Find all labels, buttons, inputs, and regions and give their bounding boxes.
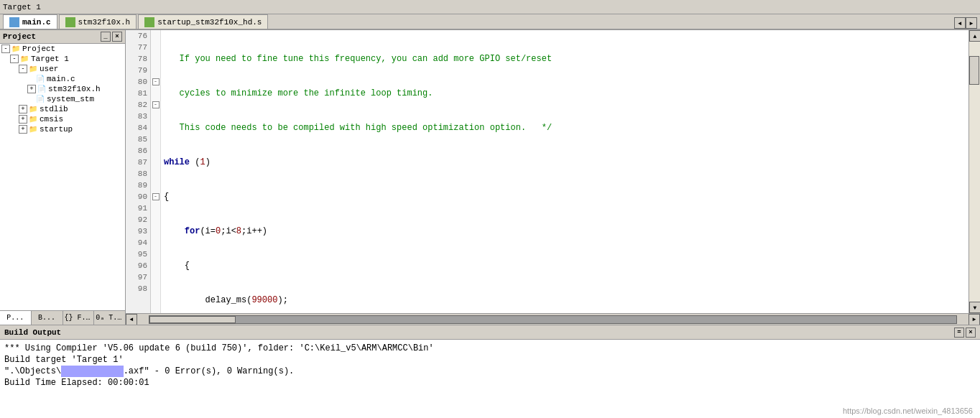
- build-output-panel: Build Output = × *** Using Compiler 'V5.…: [0, 325, 980, 418]
- sidebar-btab-books[interactable]: B...: [32, 311, 63, 325]
- ln-79: 79: [126, 65, 147, 76]
- hscroll-thumb[interactable]: [149, 316, 236, 323]
- ln-76: 76: [126, 30, 147, 42]
- build-output-close[interactable]: ×: [966, 328, 976, 338]
- hscroll-left[interactable]: ◄: [126, 314, 137, 325]
- tree-item-stdlib[interactable]: + 📁 stdlib: [0, 104, 125, 114]
- vscroll-up[interactable]: ▲: [969, 30, 980, 42]
- fold-91: [151, 203, 160, 214]
- fold-87: [151, 157, 160, 168]
- c-file-icon: [9, 17, 19, 27]
- vscroll-down[interactable]: ▼: [969, 302, 980, 313]
- build-output-content: *** Using Compiler 'V5.06 update 6 (buil…: [0, 340, 980, 418]
- tree-item-main-c[interactable]: 📄 main.c: [0, 74, 125, 84]
- fold-82[interactable]: -: [151, 99, 160, 111]
- ln-96: 96: [126, 260, 147, 271]
- tab-stm32f10x-label: stm32f10x.h: [78, 18, 131, 27]
- tree-item-startup[interactable]: + 📁 startup: [0, 124, 125, 134]
- ln-88: 88: [126, 168, 147, 180]
- ln-91: 91: [126, 203, 147, 214]
- fold-80[interactable]: -: [151, 76, 160, 88]
- s-file-icon: [144, 17, 154, 27]
- sidebar-header-buttons: _ ×: [101, 32, 122, 42]
- sidebar-btab-templ[interactable]: 0ₐ T...: [94, 311, 126, 325]
- title-bar: Target 1: [0, 0, 980, 14]
- watermark: https://blog.csdn.net/weixin_4813656: [843, 407, 973, 415]
- expand-user[interactable]: -: [19, 65, 27, 73]
- fold-89: [151, 180, 160, 191]
- censored-filename: ████████████: [61, 366, 123, 377]
- expand-cmsis[interactable]: +: [19, 115, 27, 124]
- vscroll-track[interactable]: [969, 42, 980, 302]
- sidebar-btab-funcs[interactable]: {} F...: [63, 311, 95, 325]
- ln-97: 97: [126, 271, 147, 283]
- ln-92: 92: [126, 214, 147, 226]
- vertical-scrollbar[interactable]: ▲ ▼: [969, 30, 980, 313]
- hscroll-right[interactable]: ►: [969, 314, 980, 325]
- tree-item-stm32[interactable]: + 📄 stm32f10x.h: [0, 84, 125, 94]
- fold-95: [151, 249, 160, 260]
- tree-item-target1[interactable]: - 📁 Target 1: [0, 54, 125, 64]
- code-area[interactable]: If you need to fine tune this frequency,…: [161, 30, 969, 313]
- tree-label-cmsis: cmsis: [40, 115, 63, 124]
- expand-target1[interactable]: -: [10, 55, 19, 63]
- tab-scroll-right[interactable]: ►: [966, 17, 977, 29]
- project-sidebar: Project _ × - 📁 Project - 📁 Target 1 - 📁…: [0, 30, 126, 325]
- ln-98: 98: [126, 283, 147, 294]
- ln-90: 90: [126, 191, 147, 203]
- sidebar-bottom-tabs: P... B... {} F... 0ₐ T...: [0, 310, 126, 325]
- expand-stm32[interactable]: +: [27, 85, 36, 93]
- fold-90[interactable]: -: [151, 191, 160, 203]
- tree-label-system: system_stm: [47, 95, 94, 103]
- horizontal-scrollbar[interactable]: ◄ ►: [126, 313, 980, 325]
- fold-81: [151, 88, 160, 99]
- sidebar-close-btn[interactable]: ×: [112, 32, 122, 42]
- tree-label-main-c: main.c: [47, 75, 75, 83]
- build-line-1: *** Using Compiler 'V5.06 update 6 (buil…: [4, 343, 976, 354]
- tree-item-project[interactable]: - 📁 Project: [0, 44, 125, 54]
- fold-88: [151, 168, 160, 180]
- fold-93: [151, 226, 160, 237]
- build-output-pin[interactable]: =: [954, 328, 964, 338]
- fold-98: [151, 283, 160, 294]
- vscroll-thumb[interactable]: [969, 56, 979, 85]
- hscroll-track[interactable]: [149, 315, 957, 324]
- expand-project[interactable]: -: [1, 45, 10, 53]
- tree-item-cmsis[interactable]: + 📁 cmsis: [0, 114, 125, 124]
- tree-item-user[interactable]: - 📁 user: [0, 64, 125, 74]
- code-content[interactable]: 76 77 78 79 80 81 82 83 84 85 86 87 88 8…: [126, 30, 980, 313]
- fold-76: [151, 30, 160, 42]
- build-line-2: Build target 'Target 1': [4, 354, 976, 366]
- tree-item-system[interactable]: 📄 system_stm: [0, 94, 125, 104]
- main-layout: Project _ × - 📁 Project - 📁 Target 1 - 📁…: [0, 30, 980, 325]
- ln-85: 85: [126, 134, 147, 145]
- expand-stdlib[interactable]: +: [19, 105, 27, 113]
- ln-89: 89: [126, 180, 147, 191]
- code-line-78: This code needs to be compiled with high…: [164, 122, 969, 134]
- tree-label-startup: startup: [40, 125, 73, 134]
- fold-96: [151, 260, 160, 271]
- build-output-buttons: = ×: [954, 328, 976, 338]
- tab-stm32f10x-h[interactable]: stm32f10x.h: [59, 14, 137, 29]
- editor-tab-bar: main.c stm32f10x.h startup_stm32f10x_hd.…: [0, 14, 980, 30]
- sidebar-header: Project _ ×: [0, 30, 125, 44]
- tree-label-stdlib: stdlib: [40, 105, 68, 113]
- ln-94: 94: [126, 237, 147, 249]
- sidebar-minimize-btn[interactable]: _: [101, 32, 111, 42]
- sidebar-btab-proj[interactable]: P...: [0, 311, 32, 325]
- ln-86: 86: [126, 145, 147, 157]
- fold-83: [151, 111, 160, 122]
- tab-startup[interactable]: startup_stm32f10x_hd.s: [138, 14, 268, 29]
- tab-scroll-left[interactable]: ◄: [954, 17, 966, 29]
- expand-startup[interactable]: +: [19, 125, 27, 134]
- code-line-82: {: [164, 260, 969, 271]
- h-file-icon: [65, 17, 75, 27]
- tab-main-c[interactable]: main.c: [3, 14, 57, 29]
- fold-markers: - - -: [151, 30, 161, 313]
- fold-94: [151, 237, 160, 249]
- tree-label-stm32: stm32f10x.h: [48, 85, 101, 93]
- fold-86: [151, 145, 160, 157]
- ln-80: 80: [126, 76, 147, 88]
- build-line-3: ".\Objects\████████████.axf" - 0 Error(s…: [4, 366, 976, 377]
- build-line-4: Build Time Elapsed: 00:00:01: [4, 377, 976, 389]
